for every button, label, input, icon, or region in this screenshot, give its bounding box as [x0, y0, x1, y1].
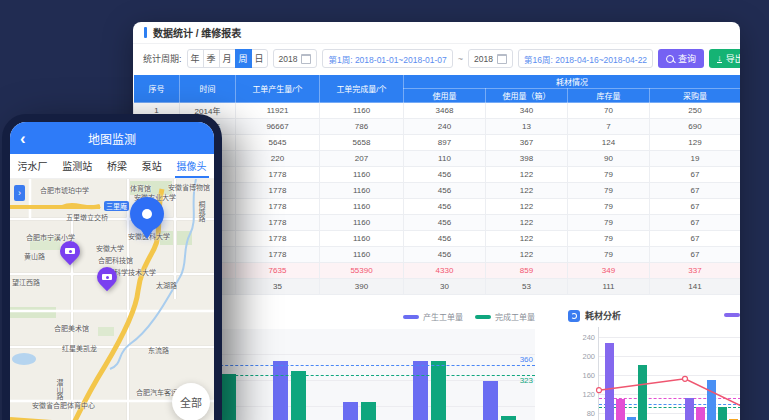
pie-chart-icon: [568, 310, 580, 322]
period-option-季[interactable]: 季: [203, 49, 220, 68]
sub-col-header-0: 使用量: [404, 89, 486, 103]
map-label: 望江西路: [12, 277, 40, 287]
table-row: 22015年96667786240137690: [134, 119, 741, 135]
expand-icon[interactable]: ›: [14, 185, 25, 201]
bar-产生工单量-4: [483, 381, 498, 420]
back-icon[interactable]: ‹: [20, 130, 26, 147]
map-label: 安徽省博物馆: [168, 182, 210, 192]
report-table: 序号时间工单产生量/个工单完成量/个耗材情况使用量使用量（箱）库存量采购量 12…: [133, 74, 740, 295]
map-label: 三里庵: [104, 201, 129, 211]
y-tick-200: 200: [571, 352, 595, 361]
year-from-select[interactable]: 2018: [273, 49, 318, 68]
period-option-日[interactable]: 日: [251, 49, 268, 68]
phone-tab-bar: 污水厂监测站桥梁泵站摄像头: [10, 154, 214, 179]
bar-完成工单量-1: [291, 371, 306, 420]
y-tick-120: 120: [571, 390, 595, 399]
phone-page-title: 地图监测: [88, 130, 136, 147]
export-excel-button[interactable]: ↓ 导出Excel: [709, 49, 740, 68]
bar-完成工单量-4: [501, 416, 516, 420]
legend-item: 产生工单量: [403, 311, 463, 322]
workorder-chart-legend: 产生工单量完成工单量: [403, 311, 535, 322]
period-option-年[interactable]: 年: [187, 49, 204, 68]
table-row: 52018年177811604561227967: [134, 167, 741, 183]
report-table-body: 12014年11921116034683407025022015年9666778…: [134, 103, 741, 263]
phone-tab-污水厂[interactable]: 污水厂: [15, 154, 49, 178]
map-label: 黄山路: [24, 251, 45, 261]
sub-col-header-1: 使用量（箱）: [486, 89, 568, 103]
trend-line: [599, 327, 740, 420]
period-label: 统计周期:: [143, 52, 182, 65]
map-label: 桐城路: [196, 201, 206, 222]
legend-swatch: [475, 315, 491, 319]
phone-mockup: ‹ 地图监测 污水厂监测站桥梁泵站摄像头: [2, 114, 222, 420]
all-button[interactable]: 全部: [172, 383, 210, 420]
consumables-chart: 耗材分析 2402001601208040: [562, 301, 740, 420]
page-background: 数据统计 / 维修报表 统计周期: 年季月周日 2018 第1周: 2018-0…: [0, 0, 769, 420]
consumables-chart-title: 耗材分析: [568, 309, 621, 322]
phone-tab-泵站[interactable]: 泵站: [140, 154, 164, 178]
charts-row: 产生工单量完成工单量 360323 耗材分析 2402001601208040: [133, 301, 740, 420]
table-row: 72018年177811604561227967: [134, 199, 741, 215]
reference-label-360: 360: [520, 355, 533, 364]
breadcrumb-text: 数据统计 / 维修报表: [153, 25, 241, 40]
table-row: 42017年2202071103989019: [134, 151, 741, 167]
selected-location-marker[interactable]: [130, 197, 164, 231]
bar-完成工单量-2: [361, 402, 376, 420]
consumables-legend-swatch: [724, 313, 740, 317]
y-tick-80: 80: [571, 409, 595, 418]
map-label: 红星美凯龙: [62, 343, 97, 353]
col-header-3: 工单完成量/个: [320, 75, 404, 103]
week-from-input[interactable]: 第1周: 2018-01-01~2018-01-07: [322, 49, 452, 68]
map-label: 合肥美术馆: [54, 323, 89, 333]
camera-icon: [65, 248, 75, 254]
bar-完成工单量-3: [431, 361, 446, 420]
y-tick-160: 160: [571, 371, 595, 380]
period-option-月[interactable]: 月: [219, 49, 236, 68]
period-option-周[interactable]: 周: [235, 49, 252, 68]
workorder-chart: 产生工单量完成工单量 360323: [183, 301, 545, 420]
week-to-input[interactable]: 第16周: 2018-04-16~2018-04-22: [518, 49, 653, 68]
col-header-0: 序号: [134, 75, 180, 103]
map-label: 合肥市琥珀中学: [40, 185, 89, 195]
phone-screen: ‹ 地图监测 污水厂监测站桥梁泵站摄像头: [10, 122, 214, 420]
year-to-select[interactable]: 2018: [468, 49, 513, 68]
average-row: 平均值353903053111141: [134, 279, 741, 295]
legend-swatch: [403, 315, 419, 319]
bar-产生工单量-3: [413, 361, 428, 420]
report-table-header: 序号时间工单产生量/个工单完成量/个耗材情况使用量使用量（箱）库存量采购量: [134, 75, 741, 103]
week-from-value: 第1周: 2018-01-01~2018-01-07: [328, 53, 446, 65]
reference-line-360: [195, 365, 535, 366]
col-header-1: 时间: [180, 75, 236, 103]
reference-label-323: 323: [520, 376, 533, 385]
group-header: 耗材情况: [404, 75, 741, 89]
table-row: 62018年177811604561227967: [134, 183, 741, 199]
filter-bar: 统计周期: 年季月周日 2018 第1周: 2018-01-01~2018-01…: [133, 44, 740, 73]
consumables-chart-plot: 2402001601208040: [598, 327, 740, 420]
y-tick-240: 240: [571, 333, 595, 342]
bar-产生工单量-2: [343, 402, 358, 420]
map[interactable]: 合肥市琥珀中学体育馆安徽农业大学安徽省博物馆桐城路三里庵五里墩立交桥合肥市宁溪小…: [10, 179, 214, 420]
map-label: 合肥科技馆: [98, 255, 133, 265]
map-label: 太湖路: [156, 280, 177, 290]
range-separator: ~: [458, 54, 463, 64]
table-row: 92018年177811604561227967: [134, 231, 741, 247]
reference-line-323: [195, 375, 535, 376]
sub-col-header-2: 库存量: [568, 89, 650, 103]
calendar-icon: [497, 54, 507, 64]
legend-item: 完成工单量: [475, 311, 535, 322]
search-icon: [666, 55, 674, 63]
dashboard-panel: 数据统计 / 维修报表 统计周期: 年季月周日 2018 第1周: 2018-0…: [133, 22, 740, 420]
bar-完成工单量-0: [221, 374, 236, 420]
table-row: 32016年56455658897367124129: [134, 135, 741, 151]
phone-tab-监测站[interactable]: 监测站: [60, 154, 94, 178]
table-row: 82018年177811604561227967: [134, 215, 741, 231]
col-header-2: 工单产生量/个: [236, 75, 320, 103]
bar-产生工单量-1: [273, 361, 288, 420]
phone-tab-摄像头[interactable]: 摄像头: [175, 154, 209, 178]
sub-col-header-3: 采购量: [650, 89, 741, 103]
year-from-value: 2018: [279, 54, 298, 64]
phone-tab-桥梁[interactable]: 桥梁: [105, 154, 129, 178]
map-label: 东流路: [148, 345, 169, 355]
map-label: 安徽省合肥体育中心: [32, 400, 95, 410]
query-button[interactable]: 查询: [658, 49, 704, 68]
